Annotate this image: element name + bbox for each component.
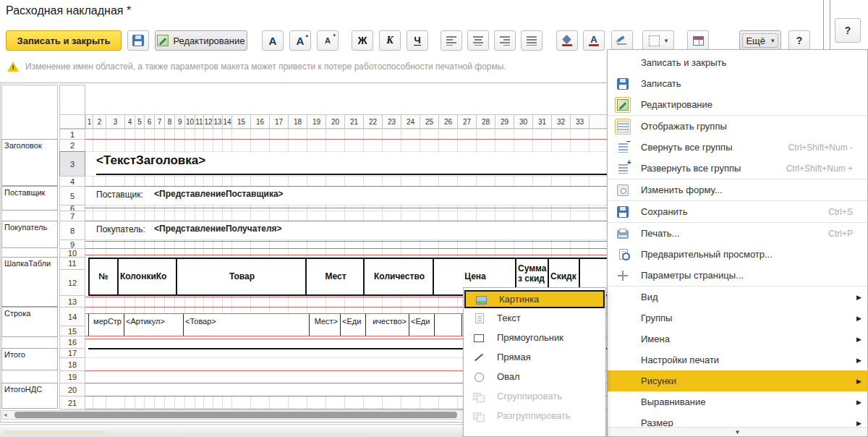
menu-item-сохранить[interactable]: СохранитьCtrl+S — [608, 201, 867, 222]
table-row-cell[interactable]: мерСтр — [88, 313, 124, 336]
column-header[interactable]: 26 — [438, 114, 458, 129]
column-header[interactable]: 6 — [144, 114, 155, 129]
row-header[interactable]: 16 — [59, 336, 85, 349]
menu-item-редактирование[interactable]: Редактирование — [608, 94, 867, 115]
menu-item-настройки-печати[interactable]: Настройки печати▶ — [608, 349, 867, 370]
menu-item-выравнивание[interactable]: Выравнивание▶ — [608, 391, 867, 412]
menu-scroll-down[interactable]: ▼ — [608, 427, 867, 436]
menu-item-имена[interactable]: Имена▶ — [608, 328, 867, 349]
column-header[interactable]: 17 — [269, 114, 289, 129]
column-header[interactable]: 27 — [457, 114, 477, 129]
area-label[interactable]: Покупатель — [1, 221, 58, 248]
table-row-cell[interactable]: ичество> — [365, 313, 409, 336]
menu-item-записать-и-закрыть[interactable]: Записать и закрыть — [608, 52, 867, 73]
row-header[interactable]: 15 — [59, 326, 85, 336]
area-label[interactable]: ШапкаТабли — [1, 257, 58, 307]
row-header[interactable]: 5 — [59, 186, 85, 205]
column-header[interactable]: 5 — [135, 114, 145, 129]
selected-row-header[interactable]: 3 — [59, 151, 85, 177]
table-header-cell[interactable]: Количество — [363, 259, 433, 294]
column-header[interactable]: 31 — [532, 114, 552, 129]
column-header[interactable]: 8 — [164, 114, 175, 129]
column-header[interactable]: 20 — [326, 114, 345, 129]
column-header[interactable]: 9 — [174, 114, 185, 129]
menu-item-овал[interactable]: Овал — [464, 367, 605, 386]
area-label[interactable]: Строка — [1, 307, 58, 337]
menu-item-свернуть-все-группы[interactable]: Свернуть все группыCtrl+Shift+Num - — [608, 137, 867, 158]
column-header[interactable]: 29 — [495, 114, 514, 129]
row-header[interactable]: 17 — [59, 348, 85, 358]
row-header[interactable]: 7 — [59, 211, 85, 221]
supplier-value-cell[interactable]: <ПредставлениеПоставщика> — [154, 189, 284, 199]
menu-item-развернуть-все-группы[interactable]: Развернуть все группыCtrl+Shift+Num + — [608, 158, 867, 179]
area-label[interactable]: Итого — [1, 348, 58, 370]
menu-item-прямая[interactable]: Прямая — [464, 347, 605, 367]
column-header[interactable]: 7 — [154, 114, 165, 129]
table-row-cell[interactable]: <Еди — [340, 313, 365, 336]
column-header[interactable]: 28 — [476, 114, 495, 129]
area-label[interactable]: ИтогоНДС — [1, 383, 58, 409]
area-label[interactable]: Заголовок — [1, 139, 58, 186]
row-header[interactable]: 14 — [59, 307, 85, 326]
row-header[interactable]: 13 — [59, 295, 85, 307]
row-header[interactable]: 1 — [59, 129, 85, 140]
column-header[interactable]: 32 — [551, 114, 571, 129]
sheet-cell-title[interactable]: <ТекстЗаголовка> — [96, 153, 458, 168]
menu-item-записать[interactable]: Записать — [608, 73, 867, 94]
menu-item-текст[interactable]: Текст — [464, 308, 605, 328]
row-header[interactable]: 18 — [59, 357, 85, 371]
supplier-label-cell[interactable]: Поставщик: — [96, 190, 143, 200]
menu-item-прямоугольник[interactable]: Прямоугольник — [464, 328, 605, 347]
column-header[interactable]: 23 — [382, 114, 401, 129]
row-header[interactable]: 20 — [59, 383, 85, 396]
scroll-left-arrow[interactable]: ◂ — [4, 411, 7, 418]
picture-icon — [476, 296, 487, 305]
table-header-cell[interactable]: № — [88, 259, 117, 294]
column-header[interactable]: 13 — [213, 114, 223, 129]
column-header[interactable]: 22 — [363, 114, 383, 129]
menu-item-рисунки[interactable]: Рисунки▶ — [608, 370, 867, 391]
table-header-cell[interactable]: Мест — [305, 259, 363, 294]
menu-item-вид[interactable]: Вид▶ — [608, 287, 867, 307]
row-header[interactable]: 12 — [59, 269, 85, 296]
column-header[interactable]: 25 — [420, 114, 439, 129]
column-header[interactable]: 14 — [222, 114, 232, 129]
table-row-cell[interactable]: <Еди — [409, 313, 434, 336]
column-header[interactable] — [589, 114, 608, 129]
row-header[interactable]: 4 — [59, 176, 85, 187]
column-header[interactable]: 12 — [203, 114, 213, 129]
scrollbar-thumb[interactable] — [14, 412, 457, 418]
table-row-cell[interactable]: Мест> — [309, 313, 340, 336]
column-header[interactable]: 3 — [106, 114, 125, 129]
column-header[interactable]: 33 — [570, 114, 590, 129]
column-header[interactable]: 16 — [250, 114, 270, 129]
column-header[interactable]: 24 — [401, 114, 420, 129]
column-header[interactable]: 18 — [288, 114, 307, 129]
table-header-cell[interactable]: Товар — [176, 259, 305, 294]
buyer-value-cell[interactable]: <ПредставлениеПолучателя> — [154, 224, 282, 234]
row-header[interactable]: 21 — [59, 396, 85, 410]
column-header[interactable]: 15 — [231, 114, 251, 129]
row-header[interactable]: 2 — [59, 139, 85, 152]
column-header[interactable]: 30 — [514, 114, 533, 129]
column-header[interactable]: 19 — [307, 114, 326, 129]
table-row-cell[interactable]: <Артикул> — [124, 313, 183, 336]
column-header[interactable]: 2 — [93, 114, 106, 129]
menu-item-группы[interactable]: Группы▶ — [608, 307, 867, 328]
menu-item-картинка[interactable]: Картинка — [464, 290, 605, 308]
menu-item-изменить-форму-[interactable]: Изменить форму... — [608, 179, 867, 200]
menu-item-параметры-страницы-[interactable]: Параметры страницы... — [608, 265, 867, 286]
menu-item-печать-[interactable]: Печать...Ctrl+P — [608, 223, 867, 244]
row-header[interactable]: 8 — [59, 221, 85, 240]
table-row-cell[interactable]: <Товар> — [183, 313, 309, 336]
column-header[interactable]: 4 — [124, 114, 135, 129]
table-header-cell[interactable]: КолонкиКо — [117, 259, 176, 294]
buyer-label-cell[interactable]: Покупатель: — [96, 224, 145, 234]
menu-item-предварительный-просмотр-[interactable]: Предварительный просмотр... — [608, 244, 867, 265]
area-label[interactable]: Поставщик — [1, 186, 58, 211]
column-header[interactable]: 10 — [184, 114, 195, 129]
column-header[interactable]: 21 — [344, 114, 364, 129]
row-header[interactable]: 19 — [59, 370, 85, 383]
row-header[interactable]: 11 — [59, 257, 85, 270]
menu-item-отображать-группы[interactable]: Отображать группы — [608, 116, 867, 137]
